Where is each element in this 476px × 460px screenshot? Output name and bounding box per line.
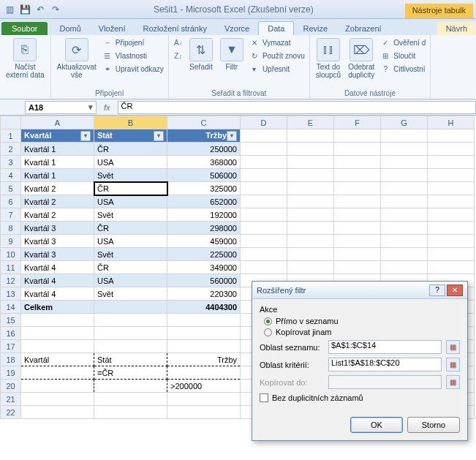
tab-insert[interactable]: Vložení [90, 22, 135, 35]
cell[interactable] [428, 248, 475, 261]
clear-filter-button[interactable]: ✕Vymazat [249, 37, 305, 48]
cell[interactable] [287, 156, 334, 169]
radio-inplace[interactable]: Přímo v seznamu [264, 317, 460, 325]
row-header[interactable]: 15 [1, 314, 21, 327]
cell[interactable] [287, 195, 334, 208]
cell[interactable]: Tržby [167, 353, 241, 366]
dialog-titlebar[interactable]: Rozšířený filtr ? ✕ [252, 282, 467, 299]
cell[interactable]: 225000 [167, 248, 241, 261]
cell[interactable] [334, 156, 381, 169]
cell[interactable] [241, 235, 287, 248]
cell[interactable]: ČR [94, 182, 167, 195]
cell[interactable] [167, 366, 241, 380]
refedit-icon[interactable]: ▦ [446, 375, 460, 389]
row-header[interactable]: 3 [1, 156, 21, 169]
tab-view[interactable]: Zobrazení [336, 22, 390, 35]
cell[interactable] [241, 222, 287, 235]
cell[interactable] [21, 380, 94, 393]
row-header[interactable]: 17 [1, 340, 21, 353]
whatif-button[interactable]: ?Citlivostní [380, 63, 426, 75]
row-header[interactable]: 20 [1, 380, 21, 393]
tab-file[interactable]: Soubor [1, 22, 48, 35]
cell[interactable]: Svět [94, 169, 167, 182]
name-box[interactable]: A18▾ [25, 101, 97, 114]
cell[interactable]: USA [94, 274, 167, 287]
cell[interactable]: 459000 [167, 235, 241, 248]
cell[interactable]: Kvartál 3 [21, 248, 94, 261]
cell[interactable]: 220300 [167, 287, 241, 301]
cell[interactable] [21, 393, 94, 406]
cell[interactable] [381, 222, 428, 235]
cell[interactable] [21, 340, 94, 353]
row-header[interactable]: 5 [1, 182, 21, 195]
fx-icon[interactable]: fx [104, 103, 110, 112]
cell[interactable]: Kvartál 2 [21, 208, 94, 222]
cell[interactable] [381, 261, 428, 274]
cell[interactable] [428, 195, 475, 208]
cell[interactable]: USA [94, 195, 167, 208]
cell[interactable]: 250000 [167, 143, 241, 156]
cell[interactable]: Kvartál [21, 353, 94, 366]
row-header[interactable]: 10 [1, 248, 21, 261]
cell[interactable] [241, 195, 287, 208]
row-header[interactable]: 14 [1, 301, 21, 314]
cell-total-label[interactable]: Celkem [21, 301, 94, 314]
filter-dropdown-icon[interactable]: ▾ [227, 131, 237, 141]
cell[interactable] [241, 208, 287, 222]
cell[interactable]: ČR [94, 261, 167, 274]
cell[interactable] [94, 327, 167, 340]
col-header-F[interactable]: F [334, 116, 381, 129]
cell[interactable]: 325000 [167, 182, 241, 195]
row-header[interactable]: 9 [1, 235, 21, 248]
row-header[interactable]: 2 [1, 143, 21, 156]
cell[interactable] [287, 261, 334, 274]
cell[interactable] [381, 129, 428, 143]
cell[interactable] [167, 406, 241, 419]
cell[interactable]: Stát [94, 353, 167, 366]
cell[interactable] [381, 156, 428, 169]
tab-formulas[interactable]: Vzorce [216, 22, 258, 35]
col-header-E[interactable]: E [287, 116, 334, 129]
cell[interactable]: Kvartál 4 [21, 261, 94, 274]
criteria-range-input[interactable]: List1!$A$18:$C$20 [328, 358, 442, 372]
cell[interactable] [167, 314, 241, 327]
cell[interactable] [287, 143, 334, 156]
cell[interactable] [428, 143, 475, 156]
col-header-H[interactable]: H [428, 116, 475, 129]
row-header[interactable]: 12 [1, 274, 21, 287]
col-header-C[interactable]: C [167, 116, 241, 129]
save-icon[interactable]: 💾 [18, 3, 31, 16]
cell[interactable] [381, 195, 428, 208]
cell[interactable] [381, 248, 428, 261]
tab-review[interactable]: Revize [294, 22, 336, 35]
cell[interactable]: =ČR [94, 366, 167, 380]
cell[interactable] [21, 406, 94, 419]
cell[interactable]: Kvartál 3 [21, 235, 94, 248]
col-header-A[interactable]: A [21, 116, 94, 129]
sort-desc-button[interactable]: Z↓ [173, 50, 184, 61]
cell[interactable]: Kvartál 4 [21, 274, 94, 287]
data-validation-button[interactable]: ✓Ověření d [380, 37, 426, 48]
cell[interactable] [428, 169, 475, 182]
cell[interactable] [287, 222, 334, 235]
cell[interactable] [428, 182, 475, 195]
cancel-button[interactable]: Storno [407, 417, 460, 433]
cell[interactable] [167, 327, 241, 340]
cell[interactable]: Kvartál 3 [21, 222, 94, 235]
row-header[interactable]: 18 [1, 353, 21, 366]
cell[interactable] [21, 314, 94, 327]
consolidate-button[interactable]: ⊞Sloučit [380, 50, 426, 61]
row-header[interactable]: 13 [1, 287, 21, 301]
cell[interactable] [428, 261, 475, 274]
table-header-kvartal[interactable]: Kvartál▾ [21, 129, 94, 143]
cell[interactable]: 298000 [167, 222, 241, 235]
cell[interactable] [287, 129, 334, 143]
copy-to-input[interactable] [328, 375, 442, 389]
cell[interactable] [381, 208, 428, 222]
cell[interactable] [381, 235, 428, 248]
select-all-cell[interactable] [1, 116, 21, 129]
tab-layout[interactable]: Rozložení stránky [135, 22, 216, 35]
row-header[interactable]: 11 [1, 261, 21, 274]
unique-records-checkbox[interactable]: Bez duplicitních záznamů [260, 393, 460, 402]
properties-button[interactable]: ☰Vlastnosti [102, 50, 164, 61]
